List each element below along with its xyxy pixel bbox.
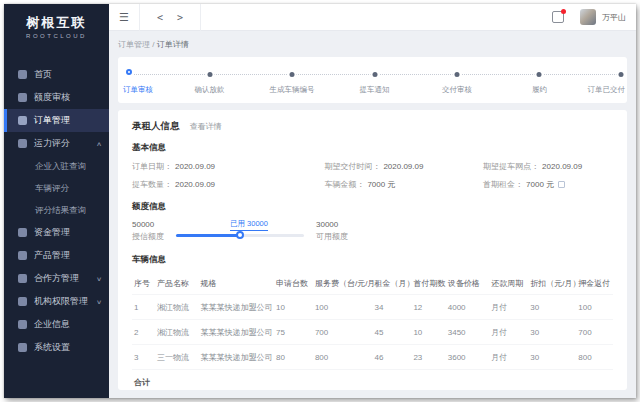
field-first-rent: 首期租金：7000 元 xyxy=(483,179,613,190)
sidebar-item-label: 首页 xyxy=(34,68,52,81)
table-header-row: 序号 产品名称 规格 申请台数 服务费（台/元/月） 租金（月） 首付期数 设备… xyxy=(132,273,613,295)
available-quota-label: 可用额度 xyxy=(316,231,348,242)
menu-toggle-icon[interactable]: ☰ xyxy=(119,11,129,24)
field-vehicle-amount: 车辆金额：7000 元 xyxy=(324,179,483,190)
chevron-up-icon: ∧ xyxy=(96,140,102,147)
total-label: 合计 xyxy=(132,370,613,391)
company-icon xyxy=(18,320,27,329)
sidebar-item-label: 资金管理 xyxy=(34,226,70,239)
vehicle-info-title: 车辆信息 xyxy=(132,254,613,266)
field-expected-pickup-site: 期望提车网点：2020.09.09 xyxy=(483,161,613,172)
step-label: 履约 xyxy=(532,85,547,95)
step-label: 确认放款 xyxy=(195,85,225,95)
notification-icon[interactable] xyxy=(552,11,564,23)
quota-review-icon xyxy=(18,93,27,102)
slider-handle[interactable] xyxy=(236,231,244,239)
breadcrumb-current: 订单详情 xyxy=(157,40,189,49)
table-row: 1 湘江物流 某某某快递加盟公司 10 100 34 12 4000 月付 30… xyxy=(132,295,613,320)
sidebar-subitem-score-result-query[interactable]: 评分结果查询 xyxy=(4,199,109,221)
table-total-row: 合计 xyxy=(132,370,613,391)
sidebar-item-quota-review[interactable]: 额度审核 xyxy=(4,86,109,109)
step-dot xyxy=(207,72,212,77)
step-dot xyxy=(537,72,542,77)
field-expected-delivery-time: 期望交付时间：2020.09.09 xyxy=(324,161,483,172)
brand-name-cn: 树根互联 xyxy=(4,14,109,32)
sidebar-item-settings[interactable]: 系统设置 xyxy=(4,336,109,359)
sidebar-item-company-info[interactable]: 企业信息 xyxy=(4,313,109,336)
sidebar-item-funds[interactable]: 资金管理 xyxy=(4,221,109,244)
quota-section: 50000 授信额度 已用 30000 30000 可用额度 xyxy=(132,220,613,242)
step-label: 订单已交付 xyxy=(587,85,625,95)
topbar: ☰ < > 万平山 xyxy=(109,4,636,31)
chevron-down-icon: ∨ xyxy=(96,298,102,305)
sidebar-item-capacity-score[interactable]: 运力评分 ∧ xyxy=(4,132,109,155)
breadcrumb-separator: / xyxy=(152,40,154,49)
field-pickup-quantity: 提车数量：2020.09.09 xyxy=(132,179,324,190)
app-window: 树根互联 ROOTCLOUD 首页 额度审核 订单管理 运力评分 ∧ 企业入驻查… xyxy=(4,4,636,398)
settings-icon xyxy=(18,343,27,352)
brand-logo: 树根互联 ROOTCLOUD xyxy=(4,4,109,51)
step-dot xyxy=(290,72,295,77)
sidebar-item-label: 运力评分 xyxy=(34,137,70,150)
sidebar-item-home[interactable]: 首页 xyxy=(4,63,109,86)
basic-info-title: 基本信息 xyxy=(132,142,613,154)
step-dot xyxy=(618,72,623,77)
divider xyxy=(200,4,201,31)
content: 订单管理 / 订单详情 订单审核 确认放款 生成车辆编号 提车通知 交付审核 履… xyxy=(109,31,636,398)
sidebar-menu: 首页 额度审核 订单管理 运力评分 ∧ 企业入驻查询 车辆评分 评分结果查询 资… xyxy=(4,63,109,359)
available-quota-block: 30000 可用额度 xyxy=(316,220,348,242)
sidebar-item-partners[interactable]: 合作方管理 ∨ xyxy=(4,267,109,290)
sidebar-subitem-vehicle-score[interactable]: 车辆评分 xyxy=(4,177,109,199)
step-label: 生成车辆编号 xyxy=(270,85,315,95)
field-order-date: 订单日期：2020.09.09 xyxy=(132,161,324,172)
funds-icon xyxy=(18,228,27,237)
lessee-info-title: 承租人信息 xyxy=(132,120,180,133)
step-dot xyxy=(372,72,377,77)
back-button[interactable]: < xyxy=(150,12,170,23)
order-detail-card: 承租人信息 查看详情 基本信息 订单日期：2020.09.09 期望交付时间：2… xyxy=(118,110,627,390)
partners-icon xyxy=(18,274,27,283)
order-icon xyxy=(18,116,27,125)
step-dot xyxy=(454,72,459,77)
sidebar-item-org-permissions[interactable]: 机构权限管理 ∨ xyxy=(4,290,109,313)
sidebar: 树根互联 ROOTCLOUD 首页 额度审核 订单管理 运力评分 ∧ 企业入驻查… xyxy=(4,4,109,398)
sidebar-item-order-management[interactable]: 订单管理 xyxy=(4,109,109,132)
sidebar-item-label: 机构权限管理 xyxy=(34,295,88,308)
slider-fill xyxy=(176,234,240,237)
brand-name-en: ROOTCLOUD xyxy=(4,33,109,39)
main-area: ☰ < > 万平山 订单管理 / 订单详情 xyxy=(109,4,636,398)
breadcrumb-parent[interactable]: 订单管理 xyxy=(118,40,150,49)
avatar[interactable] xyxy=(580,9,596,25)
sidebar-item-products[interactable]: 产品管理 xyxy=(4,244,109,267)
available-quota-value: 30000 xyxy=(316,220,348,229)
step-dot-active xyxy=(126,69,132,75)
home-icon xyxy=(18,70,27,79)
order-progress-stepper: 订单审核 确认放款 生成车辆编号 提车通知 交付审核 履约 订单已交付 xyxy=(118,57,627,103)
sidebar-item-label: 企业信息 xyxy=(34,318,70,331)
sidebar-item-label: 产品管理 xyxy=(34,249,70,262)
credit-quota-block: 50000 授信额度 xyxy=(132,220,164,242)
copy-icon[interactable] xyxy=(558,181,565,188)
permissions-icon xyxy=(18,297,27,306)
quota-used-tooltip: 已用 30000 xyxy=(230,219,268,231)
divider xyxy=(139,4,140,31)
sidebar-item-label: 系统设置 xyxy=(34,341,70,354)
sidebar-item-label: 订单管理 xyxy=(34,114,70,127)
step-label: 订单审核 xyxy=(123,85,153,95)
view-detail-link[interactable]: 查看详情 xyxy=(190,121,222,132)
table-row: 3 三一物流 某某某快递加盟公司 80 800 46 23 3600 月付 30… xyxy=(132,345,613,370)
sidebar-subitem-onboarding-query[interactable]: 企业入驻查询 xyxy=(4,155,109,177)
forward-button[interactable]: > xyxy=(170,12,190,23)
basic-info-fields: 订单日期：2020.09.09 期望交付时间：2020.09.09 期望提车网点… xyxy=(132,161,613,190)
quota-info-title: 额度信息 xyxy=(132,201,613,213)
quota-slider: 已用 30000 xyxy=(176,232,304,238)
table-row: 2 湘江物流 某某某快递加盟公司 75 700 45 10 3450 月付 30… xyxy=(132,320,613,345)
user-name[interactable]: 万平山 xyxy=(602,12,626,23)
vehicle-table: 序号 产品名称 规格 申请台数 服务费（台/元/月） 租金（月） 首付期数 设备… xyxy=(132,273,613,390)
breadcrumb: 订单管理 / 订单详情 xyxy=(118,39,627,50)
chevron-down-icon: ∨ xyxy=(96,275,102,282)
credit-quota-label: 授信额度 xyxy=(132,231,164,242)
credit-quota-value: 50000 xyxy=(132,220,164,229)
sidebar-item-label: 额度审核 xyxy=(34,91,70,104)
sidebar-item-label: 合作方管理 xyxy=(34,272,79,285)
